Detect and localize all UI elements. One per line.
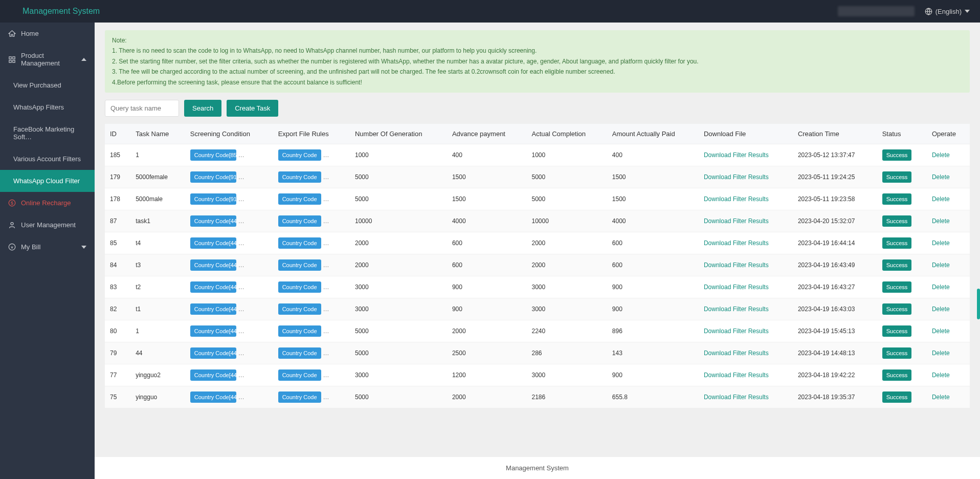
cell-operate: Delete — [927, 364, 970, 386]
cell-id: 82 — [105, 298, 130, 320]
header: Management System (English) — [0, 0, 980, 23]
download-link[interactable]: Download Filter Results — [704, 173, 769, 181]
cell-act: 2000 — [526, 254, 607, 276]
download-link[interactable]: Download Filter Results — [704, 306, 769, 313]
cell-act: 10000 — [526, 210, 607, 232]
status-badge: Success — [882, 303, 912, 315]
cell-gen: 2000 — [350, 232, 447, 254]
sidebar-item-user-management[interactable]: User Management — [0, 214, 95, 236]
notice-title: Note: — [112, 35, 963, 46]
scroll-thumb[interactable] — [977, 289, 980, 319]
sidebar-item-product-management[interactable]: Product Management — [0, 45, 95, 74]
download-link[interactable]: Download Filter Results — [704, 217, 769, 225]
cell-download: Download Filter Results — [699, 166, 793, 188]
table-row: 185 1 Country Code[852]… Country Code… 1… — [105, 144, 970, 166]
cell-status: Success — [877, 210, 927, 232]
delete-link[interactable]: Delete — [932, 306, 950, 313]
cell-download: Download Filter Results — [699, 298, 793, 320]
cell-id: 178 — [105, 188, 130, 210]
condition-tag: Country Code[44] — [190, 369, 236, 381]
user-info[interactable] — [838, 6, 915, 16]
delete-link[interactable]: Delete — [932, 284, 950, 291]
download-link[interactable]: Download Filter Results — [704, 262, 769, 269]
sidebar-item-various-account-filters[interactable]: Various Account Filters — [0, 148, 95, 170]
delete-link[interactable]: Delete — [932, 239, 950, 247]
cell-export: Country Code… — [273, 320, 350, 342]
ellipsis-icon: … — [323, 372, 329, 379]
cell-paid: 1500 — [607, 166, 699, 188]
create-task-button[interactable]: Create Task — [227, 100, 278, 117]
cell-id: 84 — [105, 254, 130, 276]
table-row: 179 5000female Country Code[91]… Country… — [105, 166, 970, 188]
delete-link[interactable]: Delete — [932, 372, 950, 379]
cell-act: 5000 — [526, 166, 607, 188]
cell-gen: 1000 — [350, 144, 447, 166]
cell-gen: 5000 — [350, 386, 447, 408]
sidebar-item-label: Online Recharge — [21, 199, 71, 207]
delete-link[interactable]: Delete — [932, 195, 950, 203]
sidebar-item-whatsapp-cloud-filter[interactable]: WhatsApp Cloud Filter — [0, 170, 95, 192]
svg-point-8 — [11, 223, 13, 225]
condition-tag: Country Code[44] — [190, 303, 236, 315]
cell-adv: 600 — [447, 254, 527, 276]
cell-time: 2023-04-19 16:43:27 — [793, 276, 877, 298]
cell-paid: 900 — [607, 364, 699, 386]
cell-id: 75 — [105, 386, 130, 408]
ellipsis-icon: … — [238, 328, 244, 335]
delete-link[interactable]: Delete — [932, 328, 950, 335]
cell-task-name: 1 — [130, 320, 185, 342]
cell-act: 5000 — [526, 188, 607, 210]
search-input[interactable] — [105, 100, 179, 117]
sidebar-item-my-bill[interactable]: ¥ My Bill — [0, 236, 95, 258]
sidebar-item-online-recharge[interactable]: $ Online Recharge — [0, 192, 95, 214]
delete-link[interactable]: Delete — [932, 173, 950, 181]
delete-link[interactable]: Delete — [932, 350, 950, 357]
ellipsis-icon: … — [238, 350, 244, 357]
sidebar-item-facebook-marketing[interactable]: FaceBook Marketing Soft… — [0, 118, 95, 148]
download-link[interactable]: Download Filter Results — [704, 394, 769, 401]
cell-gen: 5000 — [350, 166, 447, 188]
cell-adv: 2000 — [447, 386, 527, 408]
download-link[interactable]: Download Filter Results — [704, 239, 769, 247]
cell-task-name: yingguo2 — [130, 364, 185, 386]
status-badge: Success — [882, 325, 912, 337]
delete-link[interactable]: Delete — [932, 394, 950, 401]
condition-tag: Country Code[44] — [190, 281, 236, 293]
cell-operate: Delete — [927, 342, 970, 364]
download-link[interactable]: Download Filter Results — [704, 151, 769, 159]
cell-condition: Country Code[44]… — [185, 276, 273, 298]
cell-id: 83 — [105, 276, 130, 298]
sidebar-item-label: WhatsApp Cloud Filter — [13, 177, 80, 185]
search-button[interactable]: Search — [184, 100, 221, 117]
cell-time: 2023-05-12 13:37:47 — [793, 144, 877, 166]
cell-time: 2023-04-19 15:45:13 — [793, 320, 877, 342]
cell-operate: Delete — [927, 276, 970, 298]
download-link[interactable]: Download Filter Results — [704, 350, 769, 357]
cell-adv: 2500 — [447, 342, 527, 364]
status-badge: Success — [882, 171, 912, 183]
cell-act: 2240 — [526, 320, 607, 342]
delete-link[interactable]: Delete — [932, 217, 950, 225]
download-link[interactable]: Download Filter Results — [704, 328, 769, 335]
download-link[interactable]: Download Filter Results — [704, 372, 769, 379]
status-badge: Success — [882, 369, 912, 381]
table-row: 83 t2 Country Code[44]… Country Code… 30… — [105, 276, 970, 298]
cell-operate: Delete — [927, 320, 970, 342]
language-selector[interactable]: (English) — [925, 8, 970, 15]
cell-export: Country Code… — [273, 144, 350, 166]
cell-gen: 10000 — [350, 210, 447, 232]
condition-tag: Country Code[44] — [190, 237, 236, 249]
sidebar-item-view-purchased[interactable]: View Purchased — [0, 74, 95, 96]
sidebar-item-whatsapp-filters[interactable]: WhatsApp Filters — [0, 96, 95, 118]
cell-paid: 600 — [607, 254, 699, 276]
cell-status: Success — [877, 298, 927, 320]
download-link[interactable]: Download Filter Results — [704, 284, 769, 291]
cell-task-name: t2 — [130, 276, 185, 298]
table-row: 84 t3 Country Code[44]… Country Code… 20… — [105, 254, 970, 276]
delete-link[interactable]: Delete — [932, 151, 950, 159]
cell-gen: 3000 — [350, 298, 447, 320]
sidebar-item-home[interactable]: Home — [0, 23, 95, 45]
download-link[interactable]: Download Filter Results — [704, 195, 769, 203]
cell-id: 85 — [105, 232, 130, 254]
delete-link[interactable]: Delete — [932, 262, 950, 269]
